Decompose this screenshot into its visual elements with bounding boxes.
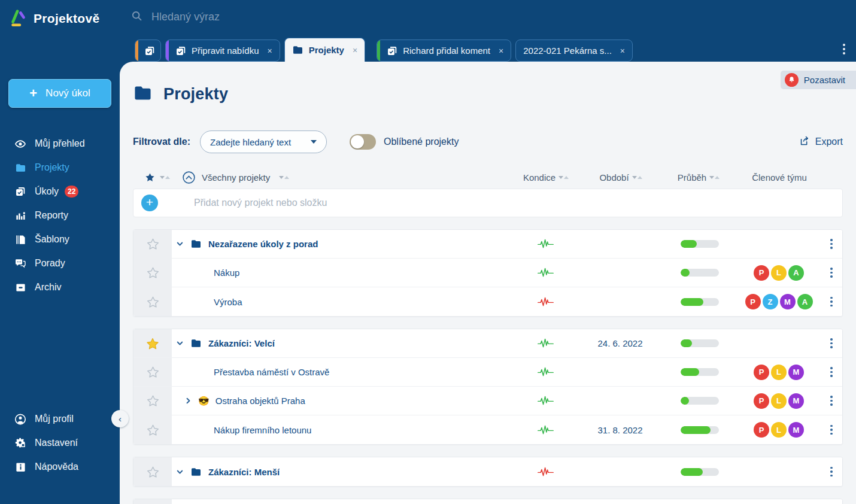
page-title: Projekty xyxy=(163,85,228,104)
eye-icon xyxy=(14,138,26,150)
project-group: Koupě nové továrny xyxy=(133,499,843,504)
new-task-button[interactable]: + Nový úkol xyxy=(8,79,111,108)
header-condition[interactable]: Kondice xyxy=(510,172,582,183)
sidebar-item-label: Nápověda xyxy=(35,462,78,472)
star-outline-icon[interactable] xyxy=(133,287,172,316)
project-emoji: 😎 xyxy=(198,396,210,406)
kebab-menu-icon[interactable] xyxy=(837,41,851,57)
close-icon[interactable]: × xyxy=(612,46,625,56)
favorites-toggle[interactable] xyxy=(350,134,376,150)
add-plus-icon[interactable]: + xyxy=(141,195,158,211)
info-icon xyxy=(14,461,26,473)
project-link[interactable]: Přestavba náměstí v Ostravě xyxy=(214,367,329,377)
condition-cell xyxy=(509,466,581,478)
filter-dropdown[interactable]: Zadejte hledaný text xyxy=(200,130,327,153)
kebab-menu-icon[interactable] xyxy=(828,294,835,309)
condition-cell xyxy=(509,238,581,250)
kebab-menu-icon[interactable] xyxy=(828,464,835,479)
chart-icon xyxy=(14,210,26,221)
sidebar-item-ablony[interactable]: Šablony xyxy=(0,227,120,251)
progress-fill xyxy=(681,269,690,277)
kebab-menu-icon[interactable] xyxy=(828,236,835,251)
sidebar-item-nastaven[interactable]: Nastavení xyxy=(0,431,120,455)
star-outline-icon[interactable] xyxy=(133,457,172,486)
sort-icons[interactable] xyxy=(558,176,569,179)
chat-icon xyxy=(14,257,26,269)
kebab-menu-icon[interactable] xyxy=(828,336,835,351)
sidebar-collapse-button[interactable]: ‹ xyxy=(111,410,129,427)
sidebar-item-koly[interactable]: Úkoly22 xyxy=(0,180,120,204)
project-link[interactable]: Zákazníci: Menší xyxy=(208,467,280,477)
project-link[interactable]: Výroba xyxy=(214,297,242,307)
tab-label: Richard přidal koment xyxy=(403,45,490,56)
tab-2022-021-pek-rna-s[interactable]: 2022-021 Pekárna s...× xyxy=(515,40,633,62)
chevron-down-icon[interactable] xyxy=(175,339,184,348)
progress-fill xyxy=(681,298,703,306)
sidebar-item-porady[interactable]: Porady xyxy=(0,251,120,275)
progress-cell xyxy=(659,339,737,347)
sidebar-item-label: Archiv xyxy=(35,282,61,293)
header-all-projects-label: Všechny projekty xyxy=(202,172,270,183)
progress-bar xyxy=(681,298,719,306)
header-members: Členové týmu xyxy=(737,172,821,183)
add-project-input[interactable] xyxy=(170,197,842,209)
tab-p-ipravit-nab-dku[interactable]: Připravit nabídku× xyxy=(165,40,280,62)
sidebar-item-m-j-profil[interactable]: Můj profil xyxy=(0,407,120,431)
collapse-all-icon[interactable] xyxy=(182,171,196,184)
header-all-projects[interactable]: Všechny projekty xyxy=(171,171,510,184)
header-progress[interactable]: Průběh xyxy=(660,172,737,183)
project-link[interactable]: Nákup xyxy=(214,268,239,278)
chevron-right-icon[interactable] xyxy=(184,397,192,405)
chevron-down-icon[interactable] xyxy=(175,467,184,476)
avatar: P xyxy=(745,294,761,309)
app-logo[interactable]: Projektově xyxy=(8,7,99,30)
project-name-cell: Nákup xyxy=(172,268,509,278)
sidebar-item-label: Úkoly xyxy=(35,186,59,197)
kebab-menu-icon[interactable] xyxy=(828,365,835,379)
app-window: Projektově Připravit nabídku×Projekty×Ri… xyxy=(0,0,856,504)
chevron-down-icon[interactable] xyxy=(175,240,184,248)
star-outline-icon[interactable] xyxy=(133,499,172,504)
project-link[interactable]: Zákazníci: Velcí xyxy=(208,338,275,348)
sidebar-item-projekty[interactable]: Projekty xyxy=(0,156,120,180)
project-link[interactable]: Ostraha objektů Praha xyxy=(215,396,305,406)
star-filled-icon[interactable] xyxy=(133,329,172,357)
kebab-menu-icon[interactable] xyxy=(828,423,835,438)
close-icon[interactable]: × xyxy=(259,46,272,56)
condition-cell xyxy=(509,366,581,378)
sort-icons[interactable] xyxy=(279,176,289,179)
condition-cell xyxy=(509,266,581,279)
sidebar-item-archiv[interactable]: Archiv xyxy=(0,275,120,299)
sort-icons[interactable] xyxy=(709,176,720,179)
star-outline-icon[interactable] xyxy=(133,358,172,386)
close-icon[interactable]: × xyxy=(490,46,503,56)
tab-accent-bar xyxy=(135,40,138,61)
table-row: Zákazníci: Menší xyxy=(133,457,842,486)
pause-label: Pozastavit xyxy=(804,75,845,85)
project-link[interactable]: Nezařazene úkoly z porad xyxy=(208,239,318,249)
project-link[interactable]: Nákup firemního letounu xyxy=(214,425,311,435)
star-outline-icon[interactable] xyxy=(133,387,172,415)
header-period[interactable]: Období xyxy=(582,172,660,183)
sidebar-item-reporty[interactable]: Reporty xyxy=(0,204,120,227)
header-star[interactable] xyxy=(133,172,171,183)
tasks-icon xyxy=(14,186,26,198)
project-name-cell: Nezařazene úkoly z porad xyxy=(172,238,509,250)
star-outline-icon[interactable] xyxy=(133,415,172,444)
kebab-menu-icon[interactable] xyxy=(828,393,835,408)
star-outline-icon[interactable] xyxy=(133,230,172,258)
sidebar-item-n-pov-da[interactable]: Nápověda xyxy=(0,455,120,479)
tab-projekty[interactable]: Projekty× xyxy=(284,38,365,62)
sort-icons[interactable] xyxy=(160,176,170,179)
tab-accent-bar xyxy=(377,40,380,61)
export-button[interactable]: Export xyxy=(799,135,843,149)
sidebar-item-m-j-p-ehled[interactable]: Můj přehled xyxy=(0,132,120,156)
tab-richard-p-idal-koment[interactable]: Richard přidal koment× xyxy=(377,40,511,62)
row-menu-cell xyxy=(821,265,842,280)
pause-button[interactable]: Pozastavit xyxy=(781,71,856,89)
star-outline-icon[interactable] xyxy=(133,259,172,287)
tab-item[interactable] xyxy=(135,40,161,62)
kebab-menu-icon[interactable] xyxy=(828,265,835,280)
close-icon[interactable]: × xyxy=(344,45,357,55)
sort-icons[interactable] xyxy=(632,176,642,179)
